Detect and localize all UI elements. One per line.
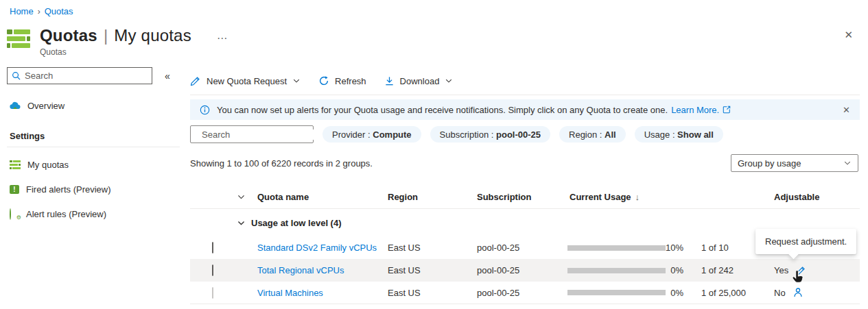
page-header: Quotas | My quotas … Quotas xyxy=(7,26,228,57)
chevron-down-icon xyxy=(292,77,301,85)
row-checkbox[interactable] xyxy=(212,287,213,299)
quota-search-box xyxy=(190,125,314,143)
table-row: Total Regional vCPUs East US pool-00-25 … xyxy=(190,259,860,282)
sidebar: « Overview Settings My quotas ! Fired al… xyxy=(7,67,180,224)
sidebar-search-box xyxy=(7,67,152,84)
info-icon xyxy=(200,105,210,115)
collapse-sidebar-icon[interactable]: « xyxy=(165,71,170,82)
header-current-usage[interactable]: Current Usage↓ xyxy=(563,192,690,202)
quota-search-input[interactable] xyxy=(202,129,322,140)
usage-detail: 1 of 10 xyxy=(690,243,755,253)
sidebar-item-my-quotas[interactable]: My quotas xyxy=(7,154,180,175)
refresh-icon xyxy=(318,75,329,86)
region-value: East US xyxy=(382,265,471,275)
command-bar: New Quota Request Refresh Download xyxy=(190,71,860,90)
banner-message: You can now set up alerts for your Quota… xyxy=(217,105,668,115)
sidebar-item-fired-alerts[interactable]: ! Fired alerts (Preview) xyxy=(7,179,180,199)
fired-alerts-icon: ! xyxy=(10,185,19,194)
my-quotas-icon xyxy=(10,160,21,169)
results-summary: Showing 1 to 100 of 6220 records in 2 gr… xyxy=(190,158,373,169)
subscription-value: pool-00-25 xyxy=(471,265,563,275)
new-quota-request-button[interactable]: New Quota Request xyxy=(190,75,301,86)
header-subscription[interactable]: Subscription xyxy=(471,192,563,202)
learn-more-link[interactable]: Learn More. xyxy=(671,105,719,115)
usage-cell: 0% xyxy=(563,265,690,275)
filter-pill-region[interactable]: Region : All xyxy=(559,126,626,143)
usage-cell: 0% xyxy=(563,288,690,298)
resource-type-label: Quotas xyxy=(40,47,228,57)
table-header: Quota name Region Subscription Current U… xyxy=(190,186,860,209)
page-title: Quotas | My quotas … xyxy=(40,26,228,45)
cursor-pointer-icon xyxy=(791,269,806,285)
download-button[interactable]: Download xyxy=(384,76,454,86)
filter-pill-usage[interactable]: Usage : Show all xyxy=(635,126,723,143)
quota-name-link[interactable]: Total Regional vCPUs xyxy=(251,265,382,275)
results-row: Showing 1 to 100 of 6220 records in 2 gr… xyxy=(190,154,860,172)
quota-name-link[interactable]: Virtual Machines xyxy=(251,288,382,298)
usage-bar xyxy=(567,268,666,273)
table-row: Virtual Machines East US pool-00-25 0% 1… xyxy=(190,282,860,304)
adjustable-value: No xyxy=(774,288,786,298)
refresh-button[interactable]: Refresh xyxy=(318,75,366,86)
row-checkbox[interactable] xyxy=(212,264,213,276)
breadcrumb-separator-icon: › xyxy=(38,7,40,16)
usage-percent: 10% xyxy=(666,243,683,253)
chevron-down-icon xyxy=(843,159,852,167)
adjustable-value: Yes xyxy=(774,265,788,275)
alert-rules-icon: ⚙ xyxy=(10,209,19,219)
chevron-down-icon xyxy=(445,77,453,85)
download-icon xyxy=(384,76,395,86)
filter-row: Provider : Compute Subscription : pool-0… xyxy=(190,125,860,143)
pencil-icon xyxy=(190,75,201,86)
usage-detail: 1 of 25,000 xyxy=(690,288,755,298)
group-collapse-icon[interactable] xyxy=(231,219,251,227)
header-adjustable[interactable]: Adjustable xyxy=(755,192,860,202)
region-value: East US xyxy=(382,243,471,253)
header-quota-name[interactable]: Quota name xyxy=(251,192,382,202)
breadcrumb: Home › Quotas xyxy=(10,6,73,16)
info-banner: You can now set up alerts for your Quota… xyxy=(190,99,860,120)
filter-pill-provider[interactable]: Provider : Compute xyxy=(322,126,421,143)
adjustable-cell: No xyxy=(755,287,860,298)
breadcrumb-home[interactable]: Home xyxy=(10,6,34,16)
group-label: Usage at low level (4) xyxy=(251,218,860,228)
region-value: East US xyxy=(382,288,471,298)
quotas-icon xyxy=(7,29,32,50)
sidebar-search-input[interactable] xyxy=(25,71,148,81)
main-content: New Quota Request Refresh Download xyxy=(190,71,860,304)
quota-name-link[interactable]: Standard DSv2 Family vCPUs xyxy=(251,243,382,253)
toolbar-divider xyxy=(190,95,860,95)
usage-detail: 1 of 242 xyxy=(690,265,755,275)
sidebar-section-settings: Settings xyxy=(7,127,180,147)
overview-cloud-icon xyxy=(10,101,21,110)
usage-percent: 0% xyxy=(670,288,683,298)
external-link-icon xyxy=(723,106,731,114)
sidebar-item-alert-rules[interactable]: ⚙ Alert rules (Preview) xyxy=(7,203,180,224)
filter-pill-subscription[interactable]: Subscription : pool-00-25 xyxy=(430,126,550,143)
subscription-value: pool-00-25 xyxy=(471,288,563,298)
group-by-dropdown[interactable]: Group by usage xyxy=(731,154,858,172)
usage-cell: 10% xyxy=(563,243,690,253)
collapse-all-icon[interactable] xyxy=(231,193,251,201)
sidebar-item-overview[interactable]: Overview xyxy=(7,95,180,116)
support-request-person-icon[interactable] xyxy=(793,287,804,298)
usage-bar xyxy=(567,290,666,295)
usage-percent: 0% xyxy=(670,265,683,275)
header-region[interactable]: Region xyxy=(382,192,471,202)
search-icon xyxy=(12,71,21,80)
sort-descending-icon: ↓ xyxy=(635,192,640,202)
close-blade-icon[interactable]: ✕ xyxy=(844,29,853,41)
adjustable-cell: Yes xyxy=(755,265,860,276)
banner-close-icon[interactable]: ✕ xyxy=(843,105,850,115)
row-checkbox[interactable] xyxy=(212,242,213,254)
usage-bar xyxy=(567,245,666,251)
subscription-value: pool-00-25 xyxy=(471,243,563,253)
more-actions-icon[interactable]: … xyxy=(217,29,228,42)
tooltip-request-adjustment: Request adjustment. xyxy=(755,229,856,254)
breadcrumb-quotas[interactable]: Quotas xyxy=(45,6,73,16)
